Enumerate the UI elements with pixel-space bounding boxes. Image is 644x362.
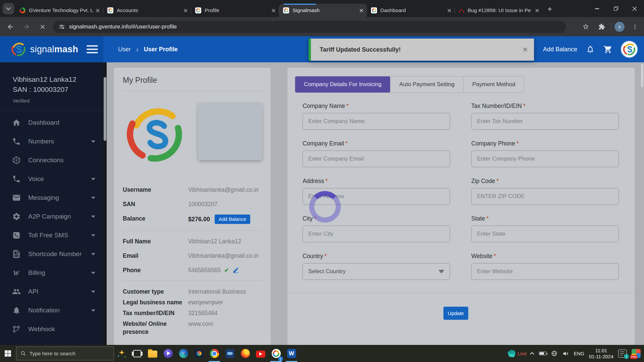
sidebar-user-name: Vibhisan12 Lanka12 xyxy=(13,74,103,84)
sidebar-toggle-hamburger-icon[interactable] xyxy=(87,44,99,54)
tab-company-details[interactable]: Company Details For Invoicing xyxy=(295,76,390,93)
speaker-icon[interactable] xyxy=(562,350,569,357)
toast-close-icon[interactable]: ✕ xyxy=(522,46,528,54)
tab-auto-payment-setting[interactable]: Auto Payment Setting xyxy=(390,76,463,93)
copilot-sparkle-icon[interactable] xyxy=(114,345,129,362)
hexagon-network-icon xyxy=(12,156,21,165)
chevron-down-icon xyxy=(91,178,95,180)
company-name-input[interactable] xyxy=(303,113,450,130)
extensions-icon[interactable] xyxy=(596,21,607,33)
company-email-input[interactable] xyxy=(303,150,450,167)
taskbar-clock[interactable]: 11:01 01-11-2024 xyxy=(589,348,613,360)
back-button[interactable] xyxy=(5,21,16,33)
tab-profile[interactable]: Profile xyxy=(191,4,279,17)
forward-button[interactable] xyxy=(21,21,32,33)
network-globe-icon[interactable] xyxy=(551,350,557,357)
edge-browser-icon[interactable] xyxy=(176,345,191,362)
add-balance-link[interactable]: Add Balance xyxy=(543,46,577,53)
tab-bug-tracker[interactable]: Bug #12856: UI Issue in Pe xyxy=(455,4,543,17)
state-input[interactable] xyxy=(471,226,619,242)
tray-expand-chevron-icon[interactable] xyxy=(530,352,534,356)
company-phone-input[interactable] xyxy=(471,150,619,167)
tab-dashboard[interactable]: Dashboard xyxy=(367,4,455,17)
country-select[interactable]: Select Country xyxy=(303,263,450,280)
live-weather-widget[interactable]: Live xyxy=(507,350,527,358)
tab-search-button[interactable] xyxy=(3,3,14,14)
tab-close-icon[interactable] xyxy=(534,7,540,13)
cart-icon[interactable] xyxy=(603,45,612,54)
sidebar-item-shortcode-number[interactable]: Shortcode Number xyxy=(0,245,103,263)
sidebar-item-webhook[interactable]: Webhook xyxy=(0,320,103,339)
sidebar-item-messaging[interactable]: Messaging xyxy=(0,188,103,207)
window-minimize-button[interactable] xyxy=(588,0,606,17)
page-scrollbar[interactable] xyxy=(641,64,643,344)
tax-number-input[interactable] xyxy=(471,113,619,130)
browser-menu-kebab-icon[interactable] xyxy=(629,21,641,33)
tab-close-icon[interactable] xyxy=(270,7,276,13)
tab-gventure[interactable]: GVenture Technology Pvt. L xyxy=(15,4,103,17)
search-placeholder: Type here to search xyxy=(30,351,75,357)
sidebar-item-voice[interactable]: Voice xyxy=(0,170,103,188)
sidebar-item-notification[interactable]: Notification xyxy=(0,301,103,320)
start-button[interactable] xyxy=(0,345,15,362)
sidebar-user-block: Vibhisan12 Lanka12 SAN : 100003207 Verif… xyxy=(0,62,103,111)
word-icon[interactable]: W xyxy=(284,345,299,362)
sidebar-item-know-your-customer[interactable]: Know Your Customer xyxy=(0,339,103,345)
scrollbar-thumb[interactable] xyxy=(104,77,106,141)
tab-close-icon[interactable] xyxy=(95,7,101,13)
profile-image-upload[interactable] xyxy=(198,103,262,160)
tab-close-icon[interactable] xyxy=(446,7,452,13)
search-icon xyxy=(20,351,26,356)
notifications-bell-icon[interactable] xyxy=(586,45,595,54)
sidebar-item-dashboard[interactable]: Dashboard xyxy=(0,113,103,132)
pre-app-icon[interactable]: PRE xyxy=(632,349,641,358)
new-tab-button[interactable]: + xyxy=(545,4,555,14)
edit-phone-icon[interactable] xyxy=(232,267,239,274)
firefox-icon[interactable] xyxy=(237,345,253,362)
youtube-icon[interactable] xyxy=(253,345,268,362)
site-settings-icon[interactable] xyxy=(58,23,65,30)
sidebar-item-toll-free-sms[interactable]: Toll Free SMS xyxy=(0,226,103,245)
taskbar-search[interactable]: Type here to search xyxy=(16,347,114,360)
task-view-icon[interactable] xyxy=(129,345,145,362)
photos-app-icon[interactable] xyxy=(191,345,207,362)
bookmark-star-icon[interactable] xyxy=(580,21,591,33)
tab-signalmash-active[interactable]: Signalmash xyxy=(279,4,367,17)
update-button[interactable]: Update xyxy=(443,307,468,320)
sidebar-item-billing[interactable]: W Billing xyxy=(0,263,103,282)
sidebar-item-api[interactable]: API xyxy=(0,282,103,301)
webhook-branch-icon xyxy=(12,325,21,334)
city-input[interactable] xyxy=(303,226,450,242)
scrollbar-thumb[interactable] xyxy=(641,64,643,87)
required-marker: * xyxy=(324,253,327,259)
signalmash-app-icon[interactable]: 1 xyxy=(268,345,284,362)
sidebar-scrollbar[interactable] xyxy=(103,62,107,345)
file-explorer-icon[interactable] xyxy=(145,345,160,362)
window-restore-button[interactable] xyxy=(606,0,625,17)
stop-loading-button[interactable] xyxy=(37,21,48,33)
required-marker: * xyxy=(486,215,489,222)
sidebar-item-connections[interactable]: Connections xyxy=(0,151,103,170)
sidebar-user-san: SAN : 100003207 xyxy=(13,84,103,95)
tab-accounts[interactable]: Accounts xyxy=(103,4,191,17)
chrome-icon[interactable] xyxy=(207,345,222,362)
media-player-icon[interactable] xyxy=(160,345,176,362)
language-indicator[interactable]: ENG xyxy=(574,351,584,356)
battery-icon[interactable] xyxy=(539,352,546,355)
action-center-icon[interactable]: 1 xyxy=(618,350,627,358)
user-avatar[interactable] xyxy=(621,41,637,57)
website-input[interactable] xyxy=(471,263,619,280)
sidebar-item-numbers[interactable]: Numbers xyxy=(0,132,103,151)
breadcrumb-parent[interactable]: User xyxy=(118,46,131,53)
add-balance-button[interactable]: Add Balance xyxy=(215,215,250,224)
cloud-app-icon[interactable] xyxy=(222,345,237,362)
zip-code-input[interactable] xyxy=(471,188,619,205)
browser-profile-avatar[interactable]: v xyxy=(614,22,625,32)
window-close-button[interactable] xyxy=(625,0,644,17)
field-company-name: Company Name* xyxy=(303,103,450,130)
address-bar[interactable]: signalmash.gventure.info/#/user/user-pro… xyxy=(53,21,566,33)
sidebar-item-a2p-campaign[interactable]: A2P Campaign xyxy=(0,207,103,226)
tab-payment-method[interactable]: Payment Method xyxy=(464,76,524,93)
tab-close-icon[interactable] xyxy=(182,7,189,13)
tab-close-icon[interactable] xyxy=(358,7,364,13)
